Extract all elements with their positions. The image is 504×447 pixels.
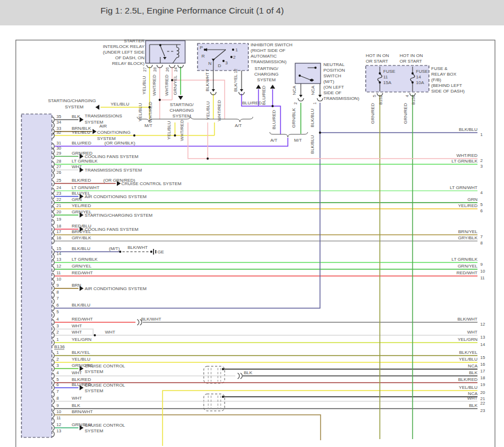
connector-arc <box>52 412 54 418</box>
pin-number: 24 <box>56 185 61 190</box>
wire-label: RED/BLU <box>72 224 91 229</box>
connector-arc <box>52 319 54 325</box>
arrow-icon <box>240 89 243 92</box>
label: CHARGING <box>254 72 278 77</box>
junction-dot <box>150 251 152 253</box>
connector-arc <box>52 326 54 332</box>
rotated-label: BLU/RED <box>271 109 277 129</box>
pin-number: 22 <box>56 197 61 202</box>
pin-number: 27 <box>56 164 61 169</box>
rotated-label: WHT/RED <box>164 74 169 96</box>
rotated-label: GRN/RED <box>403 103 408 124</box>
junction-dot <box>94 334 96 336</box>
label: STARTING/CHARGING <box>48 98 96 103</box>
pin-number: 30 <box>56 146 61 151</box>
right-wire-label: GRN <box>467 197 477 202</box>
label: HOT IN ON <box>366 53 389 58</box>
label: SYSTEM <box>85 369 103 374</box>
connector-arc <box>52 188 54 194</box>
connector-arc <box>52 273 54 279</box>
label: BLK <box>244 370 253 375</box>
right-wire-number: 11 <box>480 275 485 281</box>
arrow-icon <box>256 85 261 89</box>
wire-label: BLK/BLU <box>72 246 90 251</box>
right-wire-number: 12 <box>480 322 485 327</box>
right-wire-label: YEL/BLU <box>459 385 477 390</box>
label: OF DASH, ON <box>115 55 144 60</box>
right-wire-label: NCA <box>468 363 478 369</box>
label: YEL/BLU <box>111 102 129 107</box>
connector-arc <box>52 305 54 311</box>
right-wire-number: 2 <box>480 158 483 163</box>
connector-arc <box>52 385 54 391</box>
wire-label: YEL/BLU <box>72 357 90 362</box>
right-wire-label: BLK/RED <box>458 377 477 382</box>
connector-arc <box>52 220 54 225</box>
wire-label: BRN/YEL <box>72 229 91 234</box>
wire-label: BLK/RED <box>72 377 91 382</box>
arrow-icon <box>95 105 99 110</box>
wire-label: (M/T) <box>109 246 120 251</box>
junction-dot <box>222 368 224 370</box>
right-wire-number: 14 <box>480 342 485 347</box>
connector-arc <box>52 167 54 173</box>
pin-number: 13 <box>56 257 61 262</box>
label: TRANSMISSION) <box>251 59 287 64</box>
wire-label: LT GRN/WHT <box>72 185 99 190</box>
wire-label: BLK <box>72 114 81 119</box>
pin-number: 20 <box>56 209 61 214</box>
label: (UNDER LEFT SIDE <box>103 50 144 55</box>
wire <box>163 391 477 446</box>
label: STARTING/ <box>170 102 194 107</box>
label: GE <box>157 249 164 255</box>
pin-number: 3 <box>56 363 59 368</box>
pin-number: 21 <box>56 203 61 208</box>
pin-number: 26 <box>56 170 61 175</box>
right-wire-label: WHT <box>467 330 477 335</box>
right-wire-label: LT GRN/WHT <box>450 185 477 190</box>
label: 3 <box>225 60 228 65</box>
pin-number: 35 <box>56 114 61 119</box>
wire-label: GRN/YEL <box>72 264 92 269</box>
right-wire-number: 20 <box>480 390 485 395</box>
connector-arc <box>52 292 54 298</box>
right-wire-number: 10 <box>480 269 485 274</box>
junction-dot <box>411 81 414 84</box>
label: TRANSMISSION) <box>323 96 360 101</box>
rotated-label: NCA <box>310 85 315 95</box>
rotated-label: BLU/RED <box>261 85 266 105</box>
connector-arc <box>52 425 54 431</box>
rotated-label: GRN/YEL <box>173 75 178 95</box>
pin-number: 10 <box>56 277 61 282</box>
junction-dot <box>232 49 234 51</box>
wire-label: YEL/GRN <box>72 337 91 342</box>
label: INHIBITOR SWITCH <box>251 42 292 47</box>
wire-label: BRN <box>72 283 81 288</box>
label: R <box>201 54 205 59</box>
connector-arc <box>52 122 54 128</box>
label: 11 <box>383 74 388 80</box>
right-wire-number: 13 <box>480 335 485 340</box>
label: 1 <box>235 47 238 52</box>
bracket <box>191 117 253 122</box>
label: (ON LEFT <box>323 85 344 90</box>
wire-label: RED/WHT <box>72 317 93 322</box>
right-wire-label: YEL/RED <box>458 203 477 208</box>
pin-number: 7 <box>56 296 59 301</box>
junction-dot <box>310 79 312 81</box>
pin-number: 2 <box>56 330 59 335</box>
pin-number: 11 <box>56 415 61 420</box>
connector-arc <box>52 392 54 397</box>
pin-number: 6 <box>56 303 59 308</box>
connector-arc <box>52 200 54 205</box>
wire-label: BLU/YEL <box>72 191 90 196</box>
rotated-label: BLK/BLU <box>310 108 315 127</box>
connector-arc <box>52 266 54 272</box>
rotated-label: 27 <box>143 67 147 72</box>
right-wire-number: 16 <box>480 362 485 367</box>
wire-label: YEL/BLU <box>72 130 90 135</box>
label: COOLING FANS SYSTEM <box>85 227 138 232</box>
right-wire-number: 5 <box>480 202 483 207</box>
pin-number: 4 <box>56 370 59 375</box>
label: FUSE & <box>431 66 448 71</box>
